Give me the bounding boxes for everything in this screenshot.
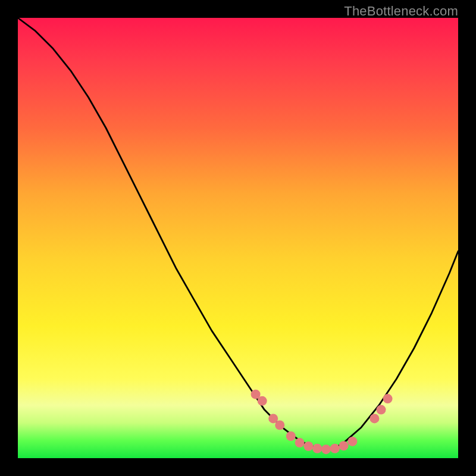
data-marker	[369, 414, 379, 423]
data-marker	[286, 431, 296, 441]
data-marker	[347, 437, 357, 446]
marker-layer	[251, 390, 393, 455]
curve-path	[18, 18, 458, 449]
data-marker	[312, 444, 322, 453]
data-marker	[321, 444, 331, 454]
watermark-text: TheBottleneck.com	[344, 4, 458, 19]
data-marker	[377, 405, 386, 415]
chart-container: TheBottleneck.com	[0, 0, 476, 476]
chart-svg	[18, 18, 458, 458]
curve-layer	[18, 18, 458, 449]
plot-area	[18, 18, 458, 458]
data-marker	[339, 441, 349, 450]
data-marker	[303, 441, 313, 451]
data-marker	[258, 396, 267, 406]
data-marker	[295, 438, 305, 447]
data-marker	[330, 444, 340, 453]
data-marker	[383, 394, 393, 403]
data-marker	[275, 421, 284, 430]
